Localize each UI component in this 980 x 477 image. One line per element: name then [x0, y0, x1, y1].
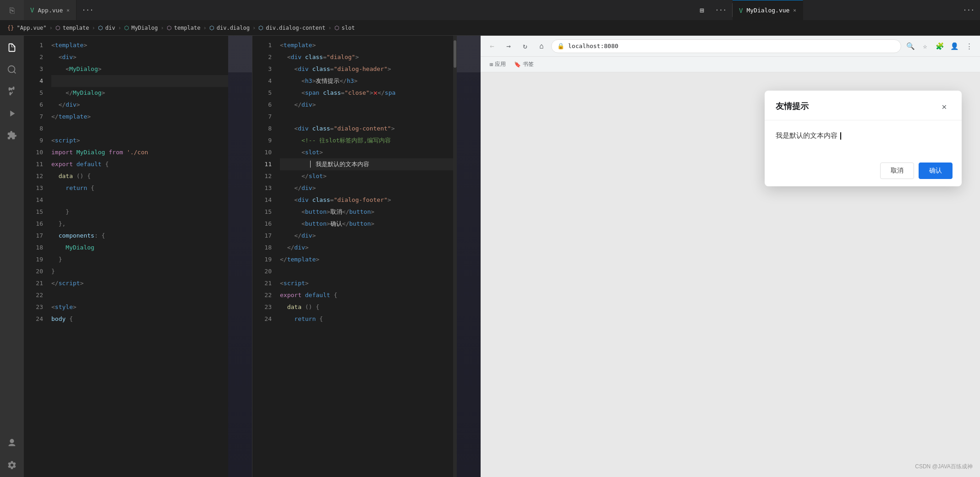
breadcrumb-div1[interactable]: div [105, 25, 115, 31]
dialog-cancel-button[interactable]: 取消 [880, 163, 914, 179]
breadcrumb: {} "App.vue" › ⬡ template › ⬡ div › ⬡ My… [0, 20, 980, 36]
tab-more-right[interactable]: ··· [710, 6, 732, 14]
run-icon[interactable] [4, 105, 20, 122]
code-line: <slot> [280, 146, 453, 158]
forward-icon: → [506, 42, 511, 50]
search-icon: 🔍 [906, 42, 915, 50]
watermark: CSDN @JAVA百练成神 [915, 463, 973, 471]
code-line: <template> [280, 39, 453, 51]
tab-mydialog-vue-close[interactable]: ✕ [793, 7, 796, 13]
browser-toolbar: ← → ↻ ⌂ 🔒 localhost:8080 🔍 ☆ [481, 36, 980, 57]
svg-line-1 [14, 71, 16, 73]
code-line: MyDialog [51, 242, 228, 254]
dialog-title: 友情提示 [776, 101, 809, 112]
breadcrumb-icon-divdialogcontent: ⬡ [258, 25, 263, 31]
breadcrumb-slot[interactable]: slot [342, 25, 355, 31]
vue-icon: V [30, 6, 34, 14]
code-line: <script> [51, 135, 228, 146]
breadcrumb-mydialog[interactable]: MyDialog [131, 25, 158, 31]
lock-icon: 🔒 [557, 43, 564, 49]
address-bar[interactable]: 🔒 localhost:8080 [551, 39, 901, 53]
code-line: </template> [51, 111, 228, 123]
browser-extensions-button[interactable]: 🧩 [933, 40, 946, 53]
code-line: </template> [280, 254, 453, 266]
extensions-icon: 🧩 [936, 42, 944, 50]
breadcrumb-icon-template2: ⬡ [167, 25, 171, 31]
code-line [51, 194, 228, 206]
tab-more-panel-right[interactable]: ··· [958, 6, 980, 14]
code-line: </script> [51, 277, 228, 289]
breadcrumb-divdialogcontent[interactable]: div.dialog-content [266, 25, 325, 31]
breadcrumb-divdialog[interactable]: div.dialog [217, 25, 250, 31]
left-code-editor[interactable]: 1234 5678 9101112 13141516 17181920 2122… [24, 36, 252, 477]
dialog-footer: 取消 确认 [765, 157, 962, 186]
left-code-content[interactable]: <template> <div> <MyDialog> </MyDialog> … [48, 36, 228, 477]
right-editor-panel: 1234 5678 9101112 13141516 17181920 2122… [252, 36, 481, 477]
tab-more-left[interactable]: ··· [77, 6, 99, 14]
bookmark-bookmarks[interactable]: 🔖 书签 [511, 60, 537, 69]
vue-icon-right: V [739, 7, 743, 14]
star-icon: ☆ [923, 42, 927, 50]
breadcrumb-template1[interactable]: template [63, 25, 89, 31]
code-line: data () { [51, 170, 228, 182]
search-activity-icon[interactable] [4, 61, 20, 78]
tab-mydialog-vue[interactable]: V MyDialog.vue ✕ [733, 0, 803, 20]
bookmark-apps[interactable]: ⊞ 应用 [487, 60, 509, 69]
browser-more-button[interactable]: ⋮ [963, 40, 975, 53]
browser-star-button[interactable]: ☆ [919, 40, 931, 53]
bookmark-bookmarks-label: 书签 [523, 60, 534, 68]
code-line: <script> [280, 277, 453, 289]
browser-home-button[interactable]: ⌂ [535, 39, 548, 53]
browser-reload-button[interactable]: ↻ [518, 39, 532, 53]
browser-account-button[interactable]: 👤 [948, 40, 961, 53]
code-line: <button>确认</button> [280, 218, 453, 230]
code-line: } [51, 266, 228, 277]
browser-panel: ← → ↻ ⌂ 🔒 localhost:8080 🔍 ☆ [481, 36, 980, 477]
activity-bar [0, 36, 24, 477]
split-editor-button[interactable]: ⊞ [694, 6, 710, 15]
files-icon[interactable] [4, 39, 20, 56]
close-icon: ✕ [942, 102, 947, 111]
text-cursor [840, 132, 841, 140]
dialog-confirm-button[interactable]: 确认 [919, 163, 953, 179]
browser-toolbar-icons: 🔍 ☆ 🧩 👤 ⋮ [904, 40, 975, 53]
bookmark-apps-label: 应用 [495, 60, 506, 68]
breadcrumb-appvue[interactable]: "App.vue" [16, 25, 46, 31]
code-line: return { [280, 313, 453, 325]
code-line: } [51, 254, 228, 266]
code-line: <button>取消</button> [280, 206, 453, 218]
breadcrumb-item[interactable]: {} [7, 25, 14, 31]
left-editor-panel: 1234 5678 9101112 13141516 17181920 2122… [24, 36, 252, 477]
code-line: <template> [51, 39, 228, 51]
tab-mydialog-vue-label: MyDialog.vue [746, 7, 789, 14]
browser-search-button[interactable]: 🔍 [904, 40, 917, 53]
code-line: export default { [280, 289, 453, 301]
code-line: data () { [280, 301, 453, 313]
right-scrollbar[interactable] [453, 36, 457, 477]
dialog-close-button[interactable]: ✕ [938, 100, 951, 113]
dialog-body: 我是默认的文本内容 [765, 120, 962, 157]
account-icon: 👤 [950, 42, 959, 50]
breadcrumb-icon-divdialog: ⬡ [209, 25, 214, 31]
code-line: <div> [51, 51, 228, 63]
settings-icon[interactable] [4, 457, 20, 473]
browser-forward-button[interactable]: → [502, 39, 515, 53]
breadcrumb-template2[interactable]: template [174, 25, 201, 31]
extensions-icon[interactable] [4, 127, 20, 144]
reload-icon: ↻ [523, 42, 527, 50]
tab-bar: ⎘ V App.vue ✕ ··· ⊞ ··· V MyDialog.vue ✕… [0, 0, 980, 20]
tab-app-vue[interactable]: V App.vue ✕ [24, 0, 77, 20]
account-icon[interactable] [4, 435, 20, 451]
bookmarks-bar: ⊞ 应用 🔖 书签 [481, 57, 980, 72]
browser-back-button[interactable]: ← [485, 39, 499, 53]
right-code-editor[interactable]: 1234 5678 9101112 13141516 17181920 2122… [252, 36, 481, 477]
editor-area: 1234 5678 9101112 13141516 17181920 2122… [0, 36, 980, 477]
code-line: <div class="dialog"> [280, 51, 453, 63]
code-line: }, [51, 218, 228, 230]
code-line [51, 123, 228, 135]
source-control-icon[interactable] [4, 83, 20, 100]
code-line: </slot> [280, 170, 453, 182]
right-code-content[interactable]: <template> <div class="dialog"> <div cla… [276, 36, 453, 477]
code-line: </MyDialog> [51, 87, 228, 99]
tab-app-vue-close[interactable]: ✕ [66, 7, 70, 13]
